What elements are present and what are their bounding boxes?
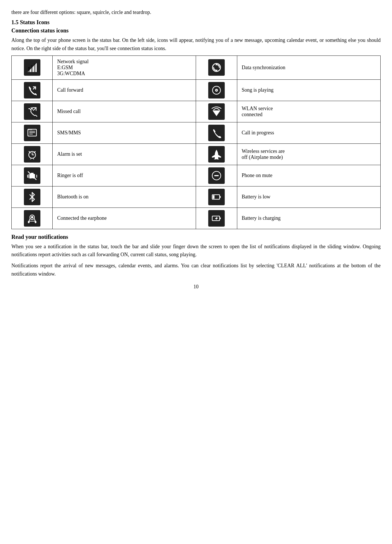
svg-rect-40 bbox=[220, 196, 221, 198]
icon-cell-network-signal bbox=[12, 56, 53, 79]
table-row: Ringer is off Phone on mute bbox=[12, 165, 381, 186]
section-heading: 1.5 Status Icons bbox=[11, 19, 381, 26]
svg-rect-1 bbox=[28, 67, 30, 72]
network-signal-icon bbox=[24, 59, 40, 76]
sub-heading: Connection status icons bbox=[11, 27, 381, 34]
icon-cell-ringer-off bbox=[12, 165, 53, 186]
icon-cell-earphone bbox=[12, 208, 53, 229]
battery-charging-icon bbox=[208, 210, 225, 227]
bluetooth-label: Bluetooth is on bbox=[53, 186, 196, 208]
icon-cell-phone-mute bbox=[196, 165, 237, 186]
earphone-label: Connected the earphone bbox=[53, 208, 196, 229]
svg-point-43 bbox=[31, 216, 33, 218]
call-forward-label: Call forward bbox=[53, 79, 196, 101]
ringer-off-label: Ringer is off bbox=[53, 165, 196, 186]
table-row: SMS/MMS Call in progress bbox=[12, 122, 381, 143]
notifications-para2: Notifications report the arrival of new … bbox=[11, 262, 381, 278]
page-number: 10 bbox=[11, 284, 381, 290]
table-row: Connected the earphone Battery is chargi… bbox=[12, 208, 381, 229]
call-progress-icon bbox=[208, 125, 225, 141]
wlan-icon bbox=[208, 103, 225, 120]
table-row: Alarm is set Wireless services areoff (A… bbox=[12, 143, 381, 165]
call-progress-label: Call in progress bbox=[237, 122, 380, 143]
icon-cell-song-playing bbox=[196, 79, 237, 101]
intro-text: there are four different options: square… bbox=[11, 9, 381, 16]
icon-cell-airplane bbox=[196, 143, 237, 165]
svg-point-32 bbox=[31, 178, 33, 180]
table-row: Bluetooth is on Battery is low bbox=[12, 186, 381, 208]
status-icons-table: Network signalE:GSM3G:WCDMA Data synchro… bbox=[11, 56, 381, 229]
data-sync-icon bbox=[208, 59, 225, 76]
icon-cell-missed-call bbox=[12, 101, 53, 122]
sms-mms-label: SMS/MMS bbox=[53, 122, 196, 143]
ringer-off-icon bbox=[24, 167, 40, 184]
icon-cell-call-progress bbox=[196, 122, 237, 143]
icon-cell-alarm bbox=[12, 143, 53, 165]
icon-cell-sms bbox=[12, 122, 53, 143]
missed-call-icon bbox=[24, 103, 40, 120]
svg-line-28 bbox=[30, 159, 31, 159]
bluetooth-icon bbox=[24, 189, 40, 205]
battery-charging-label: Battery is charging bbox=[237, 208, 380, 229]
svg-rect-3 bbox=[34, 63, 36, 72]
table-row: Missed call WLAN serviceconnected bbox=[12, 101, 381, 122]
icon-cell-bluetooth bbox=[12, 186, 53, 208]
song-playing-icon bbox=[208, 82, 225, 98]
svg-line-14 bbox=[33, 108, 36, 110]
notifications-para1: When you see a notification in the statu… bbox=[11, 243, 381, 259]
icon-cell-battery-charging bbox=[196, 208, 237, 229]
call-forward-icon bbox=[24, 82, 40, 98]
song-playing-label: Song is playing bbox=[237, 79, 380, 101]
wlan-label: WLAN serviceconnected bbox=[237, 101, 380, 122]
svg-rect-2 bbox=[31, 65, 33, 72]
airplane-mode-icon bbox=[208, 146, 225, 163]
svg-rect-41 bbox=[213, 195, 214, 199]
earphone-icon bbox=[24, 210, 40, 227]
phone-mute-icon bbox=[208, 167, 225, 184]
svg-point-11 bbox=[216, 90, 217, 91]
svg-marker-17 bbox=[212, 110, 220, 116]
notifications-heading: Read your notifications bbox=[11, 234, 381, 240]
battery-low-label: Battery is low bbox=[237, 186, 380, 208]
phone-mute-label: Phone on mute bbox=[237, 165, 380, 186]
battery-low-icon bbox=[208, 189, 225, 205]
data-sync-label: Data synchronization bbox=[237, 56, 380, 79]
airplane-mode-label: Wireless services areoff (Airplane mode) bbox=[237, 143, 380, 165]
icon-cell-wlan bbox=[196, 101, 237, 122]
missed-call-label: Missed call bbox=[53, 101, 196, 122]
sms-mms-icon bbox=[24, 125, 40, 141]
icon-cell-battery-low bbox=[196, 186, 237, 208]
network-signal-label: Network signalE:GSM3G:WCDMA bbox=[53, 56, 196, 79]
svg-line-29 bbox=[33, 159, 34, 159]
section-body: Along the top of your phone screen is th… bbox=[11, 36, 381, 53]
table-row: Network signalE:GSM3G:WCDMA Data synchro… bbox=[12, 56, 381, 79]
alarm-label: Alarm is set bbox=[53, 143, 196, 165]
icon-cell-call-forward bbox=[12, 79, 53, 101]
icon-cell-data-sync bbox=[196, 56, 237, 79]
alarm-icon bbox=[24, 146, 40, 163]
svg-rect-38 bbox=[214, 175, 219, 176]
svg-marker-51 bbox=[215, 217, 218, 220]
svg-rect-50 bbox=[220, 217, 221, 219]
table-row: Call forward Song is playing bbox=[12, 79, 381, 101]
